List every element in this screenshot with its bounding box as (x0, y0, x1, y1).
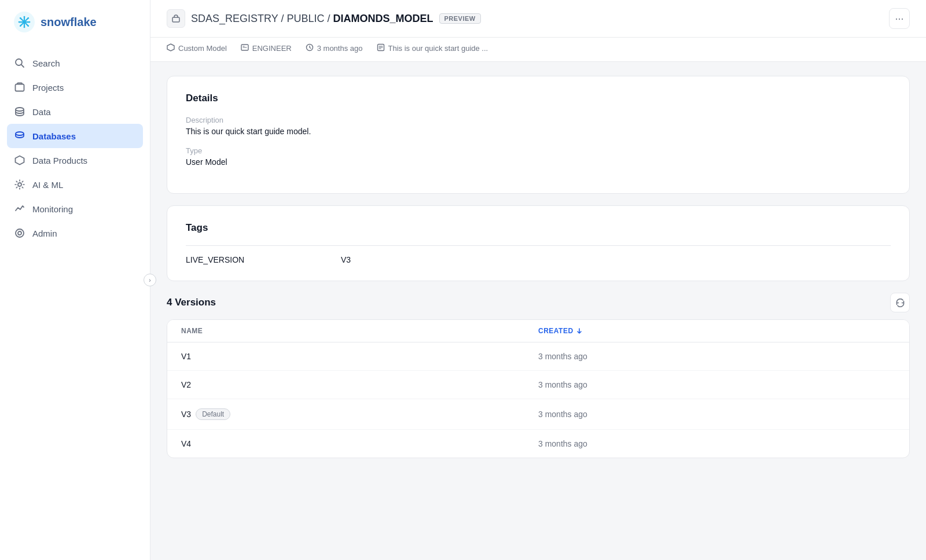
svg-line-14 (21, 65, 24, 67)
search-icon (14, 57, 25, 69)
svg-point-7 (19, 21, 20, 23)
tags-card-title: Tags (186, 222, 891, 234)
svg-point-18 (18, 183, 21, 186)
tags-card: Tags LIVE_VERSION V3 (167, 205, 910, 281)
sidebar-label-data: Data (32, 107, 51, 117)
versions-header: 4 Versions (167, 293, 910, 312)
sidebar-item-projects[interactable]: Projects (0, 75, 150, 100)
details-card: Details Description This is our quick st… (167, 76, 910, 194)
table-row[interactable]: V3 Default 3 months ago (167, 399, 909, 430)
databases-icon (14, 130, 25, 142)
more-options-button[interactable]: ··· (889, 8, 910, 29)
svg-point-5 (24, 16, 25, 18)
meta-time: 3 months ago (306, 43, 363, 53)
meta-type-label: Custom Model (178, 44, 227, 53)
version-created-v4: 3 months ago (538, 439, 895, 448)
sidebar-item-data-products[interactable]: Data Products (0, 148, 150, 172)
sidebar-item-ai-ml[interactable]: AI & ML (0, 172, 150, 197)
page-header: SDAS_REGISTRY / PUBLIC / DIAMONDS_MODEL … (150, 0, 926, 38)
type-value: User Model (186, 157, 891, 167)
sidebar-item-search[interactable]: Search (0, 51, 150, 75)
svg-point-19 (16, 229, 24, 237)
clock-icon (306, 43, 314, 53)
version-name-v2: V2 (181, 380, 538, 389)
table-row[interactable]: V1 3 months ago (167, 342, 909, 371)
breadcrumb-sep1: / (281, 13, 286, 24)
breadcrumb-schema: PUBLIC (286, 13, 324, 24)
description-label: Description (186, 116, 891, 124)
version-name-v1: V1 (181, 352, 538, 361)
sidebar-item-databases[interactable]: Databases (7, 124, 143, 148)
meta-description-short: This is our quick start guide ... (377, 43, 488, 53)
details-card-title: Details (186, 93, 891, 104)
sort-desc-icon (576, 327, 583, 334)
sidebar-logo: snowflake (0, 0, 150, 44)
default-badge: Default (196, 408, 230, 420)
meta-description-text: This is our quick start guide ... (388, 44, 488, 53)
meta-bar: Custom Model ENGINEER 3 months ago This … (150, 38, 926, 62)
col-header-created[interactable]: CREATED (538, 327, 895, 335)
versions-table: NAME CREATED V1 3 months ago V2 (167, 319, 910, 458)
meta-time-label: 3 months ago (317, 44, 363, 53)
versions-title: 4 Versions (167, 297, 216, 308)
svg-point-17 (16, 132, 24, 135)
svg-point-12 (20, 25, 21, 27)
tag-row: LIVE_VERSION V3 (186, 255, 891, 264)
refresh-button[interactable] (890, 293, 910, 312)
sidebar-collapse-toggle[interactable]: › (144, 274, 156, 286)
table-row[interactable]: V4 3 months ago (167, 430, 909, 458)
breadcrumb: SDAS_REGISTRY / PUBLIC / DIAMONDS_MODEL (191, 13, 433, 25)
tag-value: V3 (341, 255, 351, 264)
meta-owner: ENGINEER (241, 43, 292, 53)
sidebar-item-admin[interactable]: Admin (0, 221, 150, 245)
sidebar-item-monitoring[interactable]: Monitoring (0, 197, 150, 221)
version-name-v3: V3 Default (181, 408, 538, 420)
admin-icon (14, 227, 25, 239)
sidebar-label-data-products: Data Products (32, 156, 87, 165)
sidebar-label-projects: Projects (32, 83, 64, 93)
data-products-icon (14, 154, 25, 166)
svg-point-10 (27, 25, 29, 27)
breadcrumb-model: DIAMONDS_MODEL (333, 13, 433, 24)
sidebar: snowflake Search Projects Data (0, 0, 150, 560)
breadcrumb-sep2: / (327, 13, 333, 24)
brand-name: snowflake (41, 16, 97, 29)
header-left: SDAS_REGISTRY / PUBLIC / DIAMONDS_MODEL … (167, 9, 481, 28)
svg-point-8 (29, 21, 31, 23)
refresh-icon (896, 299, 905, 307)
version-created-v3: 3 months ago (538, 410, 895, 419)
model-type-icon (167, 43, 175, 53)
meta-type: Custom Model (167, 43, 227, 53)
preview-badge: PREVIEW (439, 13, 481, 24)
main-content: SDAS_REGISTRY / PUBLIC / DIAMONDS_MODEL … (150, 0, 926, 560)
tags-divider (186, 245, 891, 246)
sidebar-label-monitoring: Monitoring (32, 204, 73, 214)
sidebar-label-search: Search (32, 58, 60, 68)
snowflake-logo-icon (14, 12, 35, 32)
sidebar-navigation: Search Projects Data Databases (0, 44, 150, 560)
svg-rect-15 (16, 84, 24, 91)
col-header-name: NAME (181, 327, 538, 335)
monitoring-icon (14, 203, 25, 215)
versions-section: 4 Versions NAME CREATED (167, 293, 910, 458)
sidebar-label-databases: Databases (32, 131, 76, 141)
sidebar-label-admin: Admin (32, 229, 57, 238)
breadcrumb-registry: SDAS_REGISTRY (191, 13, 278, 24)
description-value: This is our quick start guide model. (186, 127, 891, 136)
owner-icon (241, 43, 249, 53)
svg-rect-21 (172, 17, 179, 22)
svg-point-9 (20, 17, 21, 19)
meta-owner-label: ENGINEER (252, 44, 292, 53)
projects-icon (14, 82, 25, 93)
sidebar-label-ai-ml: AI & ML (32, 180, 63, 190)
type-label: Type (186, 146, 891, 155)
svg-point-20 (18, 231, 21, 235)
svg-point-6 (24, 27, 25, 28)
version-name-v4: V4 (181, 439, 538, 448)
description-icon (377, 43, 385, 53)
content-area: Details Description This is our quick st… (150, 62, 926, 560)
sidebar-item-data[interactable]: Data (0, 100, 150, 124)
svg-point-16 (16, 108, 24, 111)
breadcrumb-icon (167, 9, 185, 28)
table-row[interactable]: V2 3 months ago (167, 371, 909, 399)
